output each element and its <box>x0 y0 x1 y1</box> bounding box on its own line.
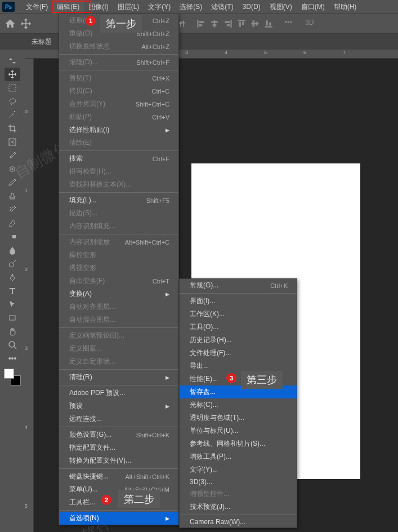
align-left-icon[interactable] <box>196 19 206 29</box>
healing-tool[interactable] <box>5 162 20 176</box>
menu-auto-blend[interactable]: 自动混合图层... <box>59 313 178 326</box>
prefs-tools[interactable]: 工具(O)... <box>180 321 297 334</box>
menu-define-brush[interactable]: 定义画笔预设(B)... <box>59 329 178 342</box>
menu-find-replace[interactable]: 查找和替换文本(X)... <box>59 178 178 191</box>
magic-wand-tool[interactable] <box>5 108 20 122</box>
menu-help[interactable]: 帮助(H) <box>329 0 361 14</box>
menu-fade[interactable]: 渐隐(D)...Shift+Ctrl+F <box>59 56 178 69</box>
3d-mode-label[interactable]: 3D <box>305 19 314 29</box>
menu-edit[interactable]: 编辑(E) <box>52 0 84 14</box>
ruler-mark: 1 <box>25 188 28 193</box>
svg-rect-17 <box>269 23 271 26</box>
menu-color-settings[interactable]: 颜色设置(G)...Shift+Ctrl+K <box>59 428 178 441</box>
prefs-type[interactable]: 文字(Y)... <box>180 463 297 476</box>
zoom-tool[interactable] <box>5 338 20 352</box>
menu-stroke[interactable]: 描边(S)... <box>59 207 178 220</box>
menu-convert-profile[interactable]: 转换为配置文件(V)... <box>59 454 178 467</box>
rectangle-tool[interactable] <box>5 311 20 325</box>
brush-tool[interactable] <box>5 176 20 189</box>
eraser-tool[interactable] <box>5 216 20 230</box>
menu-define-pattern[interactable]: 定义图案... <box>59 342 178 355</box>
menu-select[interactable]: 选择(S) <box>175 0 207 14</box>
menu-define-shape[interactable]: 定义自定形状... <box>59 355 178 368</box>
collapse-icon[interactable] <box>5 54 20 68</box>
menu-type[interactable]: 文字(Y) <box>144 0 175 14</box>
menu-paste[interactable]: 粘贴(P)Ctrl+V <box>59 110 178 123</box>
path-selection-tool[interactable] <box>5 298 20 311</box>
menu-3d[interactable]: 3D(D) <box>238 1 265 13</box>
prefs-guides-grid-slices[interactable]: 参考线、网格和切片(S)... <box>180 437 297 450</box>
prefs-history-log[interactable]: 历史记录(H)... <box>180 334 297 347</box>
history-brush-tool[interactable] <box>5 203 20 216</box>
prefs-general[interactable]: 常规(G)...Ctrl+K <box>180 279 297 292</box>
menu-transform[interactable]: 变换(A)▶ <box>59 287 178 300</box>
pen-tool[interactable] <box>5 271 20 284</box>
prefs-3d[interactable]: 3D(3)... <box>180 476 297 487</box>
menu-assign-profile[interactable]: 指定配置文件... <box>59 441 178 454</box>
menu-purge[interactable]: 清理(R)▶ <box>59 371 178 384</box>
menu-copy-merged[interactable]: 合并拷贝(Y)Shift+Ctrl+C <box>59 97 178 110</box>
menu-file[interactable]: 文件(F) <box>21 0 52 14</box>
document-tab[interactable]: 未标题 <box>32 37 52 47</box>
menu-preferences[interactable]: 首选项(N)▶ <box>59 512 178 525</box>
ruler-mark: 6 <box>303 50 306 55</box>
menu-content-aware-scale[interactable]: 内容识别缩放Alt+Shift+Ctrl+C <box>59 236 178 249</box>
color-swatches[interactable] <box>4 369 21 385</box>
foreground-color-swatch[interactable] <box>4 369 14 379</box>
move-tool[interactable] <box>5 68 20 81</box>
frame-tool[interactable] <box>5 135 20 149</box>
edit-toolbar-icon[interactable]: ••• <box>5 352 20 365</box>
align-bottom-icon[interactable] <box>263 19 274 29</box>
prefs-plugins[interactable]: 增效工具(P)... <box>180 450 297 463</box>
align-vcenter-icon[interactable] <box>250 19 260 29</box>
menu-view[interactable]: 视图(V) <box>265 0 297 14</box>
dodge-tool[interactable] <box>5 257 20 271</box>
menu-presets[interactable]: 预设▶ <box>59 400 178 413</box>
more-options-icon[interactable]: ••• <box>285 19 295 29</box>
menu-spell-check[interactable]: 拼写检查(H)... <box>59 165 178 178</box>
align-hcenter-icon[interactable] <box>209 19 220 29</box>
prefs-workspace[interactable]: 工作区(K)... <box>180 308 297 321</box>
marquee-tool[interactable] <box>5 81 20 95</box>
menu-remote-connect[interactable]: 远程连接... <box>59 413 178 425</box>
type-tool[interactable] <box>5 284 20 298</box>
home-icon[interactable] <box>5 18 16 29</box>
ruler-mark: 7 <box>343 50 346 55</box>
eyedropper-tool[interactable] <box>5 149 20 162</box>
menu-content-aware-fill[interactable]: 内容识别填充... <box>59 220 178 233</box>
menu-keyboard-shortcuts[interactable]: 键盘快捷键...Alt+Shift+Ctrl+K <box>59 470 178 483</box>
menu-clear[interactable]: 清除(E) <box>59 136 178 149</box>
prefs-tech-previews[interactable]: 技术预览(J)... <box>180 500 297 513</box>
prefs-interface[interactable]: 界面(I)... <box>180 295 297 308</box>
menu-free-transform[interactable]: 自由变换(F)Ctrl+T <box>59 274 178 287</box>
prefs-camera-raw[interactable]: Camera Raw(W)... <box>180 516 297 527</box>
menu-window[interactable]: 窗口(M) <box>297 0 329 14</box>
menu-toggle-last-state[interactable]: 切换最终状态Alt+Ctrl+Z <box>59 40 178 53</box>
menu-puppet-warp[interactable]: 操控变形 <box>59 249 178 261</box>
hand-tool[interactable] <box>5 325 20 338</box>
prefs-enhanced-controls[interactable]: 增强型控件... <box>180 487 297 500</box>
blur-tool[interactable] <box>5 243 20 257</box>
align-top-icon[interactable] <box>236 19 247 29</box>
prefs-cursors[interactable]: 光标(C)... <box>180 398 297 411</box>
prefs-file-handling[interactable]: 文件处理(F)... <box>180 347 297 360</box>
prefs-units-rulers[interactable]: 单位与标尺(U)... <box>180 424 297 437</box>
lasso-tool[interactable] <box>5 95 20 108</box>
prefs-transparency-gamut[interactable]: 透明度与色域(T)... <box>180 411 297 424</box>
menu-copy[interactable]: 拷贝(C)Ctrl+C <box>59 85 178 97</box>
menu-auto-align[interactable]: 自动对齐图层... <box>59 300 178 313</box>
menu-perspective-warp[interactable]: 透视变形 <box>59 261 178 274</box>
menu-cut[interactable]: 剪切(T)Ctrl+X <box>59 72 178 85</box>
stamp-tool[interactable] <box>5 189 20 203</box>
menu-filter[interactable]: 滤镜(T) <box>207 0 238 14</box>
gradient-tool[interactable] <box>5 230 20 243</box>
menu-paste-special[interactable]: 选择性粘贴(I)▶ <box>59 123 178 136</box>
menu-adobe-pdf-presets[interactable]: Adobe PDF 预设... <box>59 387 178 400</box>
menu-layer[interactable]: 图层(L) <box>113 0 144 14</box>
menu-search[interactable]: 搜索Ctrl+F <box>59 152 178 165</box>
align-right-icon[interactable] <box>223 19 233 29</box>
ruler-mark: 4 <box>225 50 227 55</box>
menu-fill[interactable]: 填充(L)...Shift+F5 <box>59 194 178 207</box>
menu-image[interactable]: 图像(I) <box>84 0 113 14</box>
crop-tool[interactable] <box>5 122 20 135</box>
